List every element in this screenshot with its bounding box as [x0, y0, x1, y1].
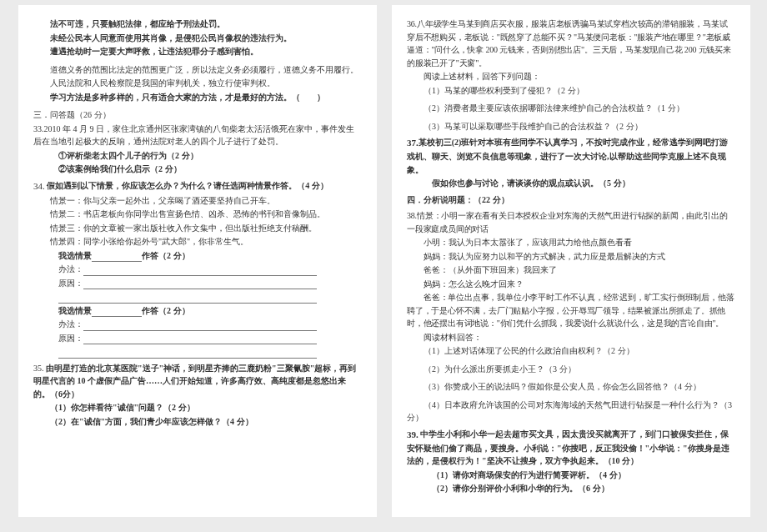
q38-sub4: （4）日本政府允许该国的公司对东海海域的天然气田进行钻探是一种什么行为？（3 分… — [407, 399, 735, 424]
q34-num: 34. — [33, 181, 45, 191]
intro2-line-1: 道德义务的范围比法定的范围更广泛，所以法定义务必须履行，道德义务不用履行。 — [33, 63, 362, 77]
q33-sub2: ②该案例给我们什么启示（2 分） — [33, 163, 362, 176]
q38-sub2: （2）为什么派出所要抓走小王？（3 分） — [407, 363, 735, 376]
q34-reason-2: 原因： — [33, 332, 362, 345]
intro2-line-3: 学习方法是多种多样的，只有适合大家的方法，才是最好的方法。（ ） — [33, 91, 362, 104]
right-page: 36.八年级学生马某到商店买衣服，服装店老板诱骗马某试穿档次较高的滞销服装，马某… — [392, 5, 750, 517]
q36-sub2: （2）消费者最主要应该依据哪部法律来维护自己的合法权益？（1 分） — [407, 102, 735, 115]
q38-sub1: （1）上述对话体现了公民的什么政治自由权利？（2 分） — [407, 344, 735, 358]
q35-sub1: （1）你怎样看待"诚信"问题？（2 分） — [33, 401, 362, 414]
q36-num: 36. — [407, 19, 417, 28]
q34-reason-2b — [33, 345, 362, 359]
q38-read: 阅读材料回答： — [407, 331, 735, 344]
q38-lead: 情景：小明一家在看有关日本授权企业对东海的天然气田进行钻探的新闻，由此引出的一段… — [407, 211, 727, 233]
blank-line — [83, 323, 317, 331]
q37-text: 某校初三(2)班针对本班有些同学不认真学习，不按时完成作业，经常逃学到网吧打游戏… — [407, 138, 728, 174]
q33-text: 2010 年 4 月 9 日，家住北京通州区张家湾镇的八旬柴老太活活饿死在家中，… — [33, 124, 354, 147]
q34-lead: 假如遇到以下情景，你应该怎么办？为什么？请任选两种情景作答。（4 分） — [47, 181, 328, 190]
intro2-line-2: 人民法院和人民检察院是我国的审判机关，独立行使审判权。 — [33, 77, 362, 90]
q34: 34. 假如遇到以下情景，你应该怎么办？为什么？请任选两种情景作答。（4 分） — [33, 179, 362, 193]
q36-sub1: （1）马某的哪些权利受到了侵犯？（2 分） — [407, 84, 735, 98]
q36: 36.八年级学生马某到商店买衣服，服装店老板诱骗马某试穿档次较高的滞销服装，马某… — [407, 18, 735, 69]
blank-line — [92, 253, 142, 262]
left-page: 法不可违，只要触犯法律，都应给予刑法处罚。 未经公民本人同意而使用其肖像，是侵犯… — [18, 5, 377, 517]
q38-l1: 小明：我认为日本太嚣张了，应该用武力给他点颜色看看 — [407, 236, 735, 249]
blank-line — [83, 336, 317, 344]
q36-sub3: （3）马某可以采取哪些手段维护自己的合法权益？（2 分） — [407, 120, 735, 133]
q37-num: 37. — [407, 138, 419, 148]
q38-l2: 妈妈：我认为应努力以和平的方式解决，武力应是最后解决的方式 — [407, 250, 735, 263]
section-4-title: 四．分析说明题：（22 分） — [407, 193, 735, 207]
q34-reason-1b — [33, 290, 362, 304]
q33-sub1: ①评析柴老太四个儿子的行为（2 分） — [33, 149, 362, 163]
section-3-title: 三．问答题（26 分） — [33, 108, 362, 122]
q34-s2: 情景二：书店老板向你同学出售宣扬色情、凶杀、恐怖的书刊和音像制品。 — [33, 208, 362, 221]
q35: 35. 由明星打造的北京某医院"送子"神话，到明星齐捧的三鹿奶粉"三聚氰胺"超标… — [33, 362, 362, 401]
q34-s4: 情景四：同学小张给你起外号"武大郎"，你非常生气。 — [33, 235, 362, 248]
q36-text: 八年级学生马某到商店买衣服，服装店老板诱骗马某试穿档次较高的滞销服装，马某试穿后… — [407, 19, 731, 68]
q33: 33.2010 年 4 月 9 日，家住北京通州区张家湾镇的八旬柴老太活活饿死在… — [33, 123, 362, 148]
q37-ask: 假如你也参与讨论，请谈谈你的观点或认识。（5 分） — [407, 177, 735, 190]
q39-num: 39. — [407, 429, 419, 439]
q39-sub1: （1）请你对商场保安的行为进行简要评析。（4 分） — [407, 469, 735, 482]
q34-reason-1: 原因： — [33, 277, 362, 290]
q38-sub3: （3）你赞成小王的说法吗？假如你是公安人员，你会怎么回答他？（4 分） — [407, 380, 735, 394]
q35-text: 由明星打造的北京某医院"送子"神话，到明星齐捧的三鹿奶粉"三聚氰胺"超标，再到明… — [33, 364, 356, 399]
intro-line-2: 未经公民本人同意而使用其肖像，是侵犯公民肖像权的违法行为。 — [33, 32, 362, 45]
q36-read: 阅读上述材料，回答下列问题： — [407, 70, 735, 83]
intro-line-1: 法不可违，只要触犯法律，都应给予刑法处罚。 — [33, 18, 362, 31]
q38-l3: 爸爸：（从外面下班回来）我回来了 — [407, 263, 735, 277]
q38-l5: 爸爸：单位出点事，我单位小李平时工作不认真，经常迟到，旷工实行倒班制后，他落聘了… — [407, 291, 735, 330]
q39-text: 中学生小利和小华一起去超市买文具，因太贵没买就离开了，到门口被保安拦住，保安怀疑… — [407, 429, 729, 466]
q34-choose-1: 我选情景作答（2 分） — [33, 249, 362, 263]
q34-method-1: 办法： — [33, 263, 362, 276]
q34-method-2: 办法： — [33, 318, 362, 331]
intro-line-3: 遭遇抢劫时一定要大声呼救，让违法犯罪分子感到害怕。 — [33, 45, 362, 58]
blank-line — [58, 350, 317, 359]
q35-sub2: （2）在"诚信"方面，我们青少年应该怎样做？（4 分） — [33, 415, 362, 429]
q39: 39. 中学生小利和小华一起去超市买文具，因太贵没买就离开了，到门口被保安拦住，… — [407, 428, 735, 468]
q38-l4: 妈妈：怎么这么晚才回来？ — [407, 278, 735, 291]
q35-num: 35. — [33, 364, 44, 373]
blank-line — [83, 268, 317, 276]
q34-s3: 情景三：你的文章被一家出版社收入作文集中，但出版社拒绝支付稿酬。 — [33, 222, 362, 235]
q34-choose-2: 我选情景作答（2 分） — [33, 304, 362, 318]
blank-line — [92, 309, 142, 317]
q38: 38.情景：小明一家在看有关日本授权企业对东海的天然气田进行钻探的新闻，由此引出… — [407, 209, 735, 235]
blank-line — [83, 281, 317, 289]
blank-line — [58, 295, 317, 304]
q33-num: 33. — [33, 124, 44, 133]
q38-num: 38. — [407, 211, 417, 220]
q34-s1: 情景一：你与父亲一起外出，父亲喝了酒还要坚持自己开车。 — [33, 194, 362, 208]
q39-sub2: （2）请你分别评价小利和小华的行为。（6 分） — [407, 482, 735, 495]
q37: 37.某校初三(2)班针对本班有些同学不认真学习，不按时完成作业，经常逃学到网吧… — [407, 136, 735, 176]
